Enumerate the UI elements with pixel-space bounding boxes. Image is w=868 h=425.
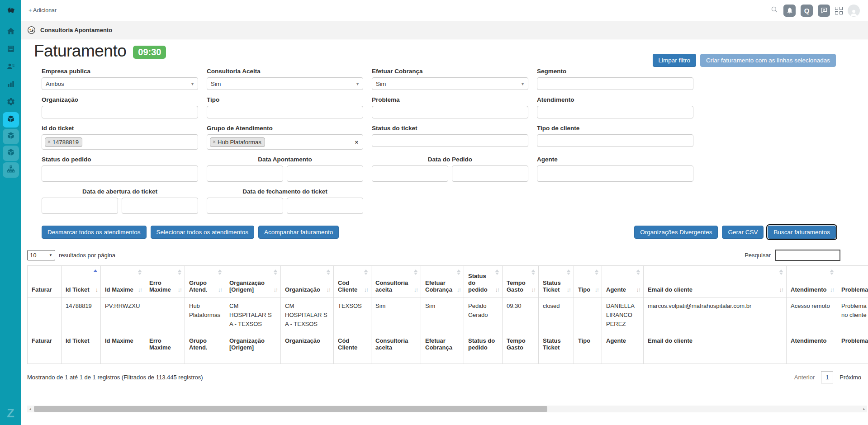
status-pedido-input[interactable] [42,165,198,182]
atendimento-input[interactable] [537,106,693,118]
clear-filter-button[interactable]: Limpar filtro [653,54,697,67]
settings-icon [6,97,15,108]
filter-label: Data de fechamento do ticket [207,188,363,195]
scroll-left-icon[interactable]: ◄ [27,407,33,411]
column-header[interactable]: Organização↓↑ [281,266,334,298]
column-header[interactable]: Status Ticket↓↑ [539,266,574,298]
data-fechamento-end-input[interactable] [287,198,363,214]
customers-icon [6,62,15,73]
home-icon [6,27,15,38]
deselect-all-button[interactable]: Desmarcar todos os atendimentos [42,226,147,239]
avatar[interactable] [848,5,860,17]
id-ticket-tag-input[interactable]: × 14788819 [42,134,198,150]
empresa-publica-select[interactable]: Ambos ▾ [42,77,198,90]
create-billing-button[interactable]: Criar faturamento com as linhas selecion… [700,54,836,67]
sidebar-item-settings[interactable] [2,94,19,111]
table-header-row: FaturarId Ticket↓Id Maxime↓↑Erro Maxime↓… [28,266,868,298]
column-header[interactable]: Atendimento↓↑ [787,266,837,298]
column-header[interactable]: Id Maxime↓↑ [101,266,145,298]
footer-header-cell: Tipo [574,333,602,364]
generate-csv-button[interactable]: Gerar CSV [722,226,764,239]
add-tab[interactable]: + Adicionar [28,7,57,14]
organizacao-input[interactable] [42,106,198,118]
table-cell: Sim [371,298,421,333]
column-header[interactable]: Cód Cliente↓↑ [334,266,371,298]
segmento-input[interactable] [537,77,693,90]
data-fechamento-start-input[interactable] [207,198,283,214]
grupo-atendimento-tag-input[interactable]: × Hub Plataformas × [207,134,363,150]
sidebar-item-views[interactable] [2,42,19,58]
search-billings-button[interactable]: Buscar faturamentos [768,226,836,239]
status-ticket-input[interactable] [372,134,528,147]
apps-grid-icon[interactable] [835,7,843,14]
sidebar-item-app-3[interactable] [3,146,19,161]
clear-field-icon[interactable]: × [355,139,358,146]
table-cell: 14788819 [62,298,101,333]
filter-label: Status do pedido [42,156,198,163]
data-abertura-start-input[interactable] [42,198,118,214]
pagination-page-1[interactable]: 1 [821,371,833,383]
remove-tag-icon[interactable]: × [47,139,51,145]
column-header[interactable]: Email do cliente↓↑ [644,266,787,298]
column-header[interactable]: Consultoria aceita↓↑ [371,266,421,298]
pagination-next[interactable]: Próximo [840,374,861,381]
chat-close-button[interactable] [818,5,830,17]
column-header[interactable]: Erro Maxime↓↑ [145,266,185,298]
sidebar-item-app-2[interactable] [3,129,19,144]
app-cube-icon [6,131,15,142]
filter-label: Grupo de Atendimento [207,125,363,132]
problema-input[interactable] [372,106,528,118]
remove-tag-icon[interactable]: × [213,139,216,145]
pagination-previous[interactable]: Anterior [794,374,815,381]
data-abertura-end-input[interactable] [122,198,198,214]
sidebar-item-app-org[interactable] [3,162,19,178]
column-header[interactable]: Agente↓↑ [602,266,644,298]
sort-arrows-icon: ↓↑ [457,287,462,293]
search-icon[interactable] [770,5,778,15]
data-pedido-start-input[interactable] [372,165,448,182]
column-header[interactable]: Grupo Atend.↓↑ [185,266,225,298]
tipo-input[interactable] [207,106,363,118]
zendesk-logo-icon [0,0,21,21]
column-header[interactable]: Tipo↓↑ [574,266,602,298]
table-cell [145,298,185,333]
horizontal-scrollbar[interactable]: ◄ ► [27,406,867,412]
footer-header-cell: Organização [Origem] [225,333,281,364]
column-header[interactable]: Tempo Gasto↓↑ [503,266,539,298]
sidebar-item-customers[interactable] [2,59,19,76]
person-icon [849,8,858,17]
filter-label: Tipo de cliente [537,125,693,132]
data-apontamento-start-input[interactable] [207,165,283,182]
column-header[interactable]: Efetuar Cobrança↓↑ [421,266,464,298]
data-apontamento-end-input[interactable] [287,165,363,182]
divergent-orgs-button[interactable]: Organizações Divergentes [634,226,718,239]
sort-arrows-icon: ↓ [95,287,98,293]
page-size-select[interactable]: 10 ▼ [27,250,55,260]
consultoria-aceita-select[interactable]: Sim ▾ [207,77,363,90]
table-body-row[interactable]: 14788819PV:RRWZXUHub PlataformasCM HOSPI… [28,298,868,333]
agente-input[interactable] [537,165,693,182]
data-pedido-end-input[interactable] [452,165,528,182]
notifications-button[interactable] [783,5,796,17]
q-app-button[interactable]: Q [801,5,813,17]
sort-arrows-icon: ↓↑ [830,287,835,293]
select-all-button[interactable]: Selecionar todos os atendimentos [151,226,254,239]
footer-header-cell: Status do pedido [464,333,503,364]
efetuar-cobranca-select[interactable]: Sim ▾ [372,77,528,90]
sidebar-item-app-faturamento[interactable] [3,112,19,128]
column-header[interactable]: Status do pedido↓↑ [464,266,503,298]
follow-billing-button[interactable]: Acompanhar faturamento [258,226,339,239]
footer-header-cell: Tempo Gasto [503,333,539,364]
table-search-input[interactable] [775,250,840,261]
table-cell: CM HOSPITALAR S A - TEXSOS [225,298,281,333]
column-header[interactable]: Problema↓↑ [837,266,868,298]
tipo-cliente-input[interactable] [537,134,693,147]
scroll-right-icon[interactable]: ► [861,407,867,411]
column-header[interactable]: Id Ticket↓ [62,266,101,298]
pagination: Anterior 1 Próximo [794,371,861,383]
sidebar-item-home[interactable] [2,24,19,40]
sidebar-item-reports[interactable] [2,77,19,93]
column-header[interactable]: Organização [Origem]↓↑ [225,266,281,298]
scrollbar-thumb[interactable] [34,406,547,412]
scrollbar-track[interactable] [33,406,861,412]
